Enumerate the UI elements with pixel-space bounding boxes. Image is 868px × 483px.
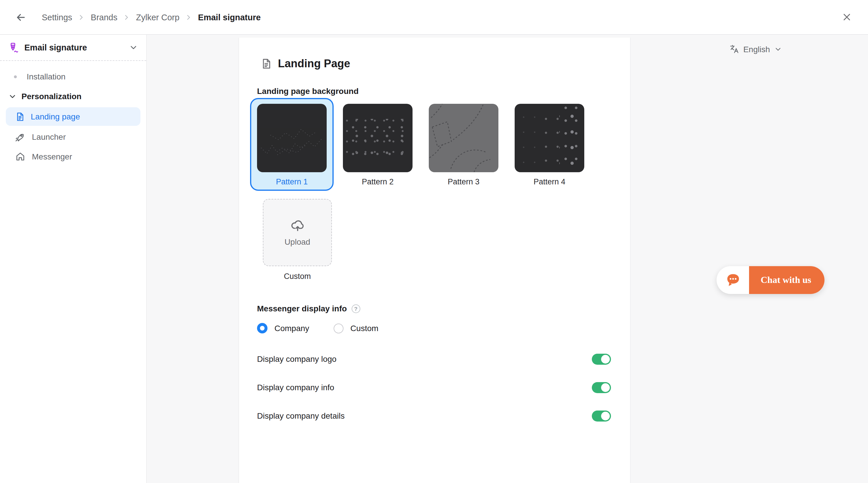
language-value: English bbox=[743, 44, 770, 54]
pattern-option-2[interactable]: Pattern 2 bbox=[343, 104, 412, 186]
pattern-label: Pattern 4 bbox=[533, 178, 565, 186]
breadcrumb-email-signature: Email signature bbox=[198, 12, 261, 22]
sidebar-nav: Installation Personalization Landing pag… bbox=[0, 61, 146, 166]
top-bar: Settings Brands Zylker Corp Email signat… bbox=[0, 0, 868, 35]
toggle-label: Display company info bbox=[257, 383, 334, 392]
dots-pattern bbox=[537, 106, 559, 170]
toggle-label: Display company logo bbox=[257, 354, 337, 363]
page-title: Landing Page bbox=[260, 57, 611, 70]
pattern-1-thumbnail bbox=[257, 104, 327, 172]
chevron-right-icon bbox=[123, 13, 131, 21]
home-icon bbox=[15, 151, 26, 162]
breadcrumb-settings[interactable]: Settings bbox=[42, 12, 72, 22]
sidebar-item-label: Landing page bbox=[31, 112, 80, 121]
sidebar-title: Email signature bbox=[24, 43, 124, 52]
background-section-label: Landing page background bbox=[257, 87, 611, 96]
document-icon bbox=[15, 111, 25, 122]
pattern-option-3[interactable]: Pattern 3 bbox=[429, 104, 498, 186]
pattern-label: Pattern 3 bbox=[447, 178, 479, 186]
toggle-knob bbox=[601, 383, 610, 392]
cloud-upload-icon bbox=[290, 219, 305, 234]
toggle-row-company-info: Display company info bbox=[257, 379, 611, 395]
pattern-4-thumbnail bbox=[515, 104, 584, 172]
display-info-radio-group: Company Custom bbox=[257, 323, 611, 333]
back-button[interactable] bbox=[13, 9, 29, 25]
dots-pattern bbox=[346, 119, 410, 159]
radio-unselected-icon bbox=[334, 323, 343, 333]
pattern-option-1[interactable]: Pattern 1 bbox=[250, 98, 334, 191]
toggle-knob bbox=[601, 411, 610, 420]
toggle-list: Display company logo Display company inf… bbox=[257, 351, 611, 424]
help-icon[interactable]: ? bbox=[351, 304, 360, 313]
language-selector[interactable]: English bbox=[729, 44, 782, 54]
dots-pattern bbox=[516, 106, 537, 170]
chat-label: Chat with us bbox=[749, 266, 825, 294]
sidebar-item-messenger[interactable]: Messenger bbox=[0, 147, 146, 166]
toggle-label: Display company details bbox=[257, 411, 345, 420]
pattern-option-4[interactable]: Pattern 4 bbox=[515, 104, 584, 186]
pattern-label: Pattern 1 bbox=[276, 178, 308, 186]
radio-selected-icon bbox=[257, 323, 268, 333]
display-company-info-toggle[interactable] bbox=[592, 382, 611, 393]
toggle-knob bbox=[601, 355, 610, 363]
breadcrumb-zylker-corp[interactable]: Zylker Corp bbox=[136, 12, 180, 22]
signature-pen-icon bbox=[8, 42, 19, 53]
radio-option-custom[interactable]: Custom bbox=[334, 323, 378, 333]
dots-pattern bbox=[559, 106, 583, 170]
custom-background-option: Upload Custom bbox=[263, 199, 332, 281]
sidebar-item-landing-page[interactable]: Landing page bbox=[6, 107, 141, 126]
main-content: Landing Page Landing page background Pat… bbox=[239, 38, 631, 483]
chevron-down-icon bbox=[774, 45, 782, 53]
close-icon bbox=[841, 11, 852, 23]
rocket-icon bbox=[15, 132, 26, 142]
radio-label: Company bbox=[274, 324, 309, 333]
chat-widget[interactable]: Chat with us bbox=[717, 266, 825, 294]
sidebar-item-label: Messenger bbox=[32, 152, 72, 161]
toggle-row-company-logo: Display company logo bbox=[257, 351, 611, 367]
chat-bubble-icon bbox=[717, 266, 749, 294]
sidebar-item-personalization[interactable]: Personalization bbox=[0, 87, 146, 106]
sidebar-header[interactable]: Email signature bbox=[0, 35, 146, 60]
sidebar-item-label: Installation bbox=[27, 72, 66, 81]
breadcrumb-brands[interactable]: Brands bbox=[91, 12, 118, 22]
translate-icon bbox=[729, 44, 739, 54]
radio-label: Custom bbox=[350, 324, 378, 333]
sidebar-item-launcher[interactable]: Launcher bbox=[0, 127, 146, 147]
display-company-logo-toggle[interactable] bbox=[592, 353, 611, 364]
pattern-2-thumbnail bbox=[343, 104, 412, 172]
chevron-down-icon bbox=[129, 43, 138, 52]
chevron-right-icon bbox=[185, 13, 193, 21]
display-info-section-label: Messenger display info ? bbox=[257, 304, 611, 313]
pattern-picker: Pattern 1 Pattern 2 Pattern 3 bbox=[257, 104, 611, 186]
upload-label: Upload bbox=[285, 237, 310, 247]
back-arrow-icon bbox=[15, 11, 27, 23]
close-button[interactable] bbox=[838, 8, 855, 26]
sidebar-item-installation[interactable]: Installation bbox=[0, 67, 146, 87]
sidebar: Email signature Installation Personaliza… bbox=[0, 35, 147, 483]
document-icon bbox=[260, 58, 272, 70]
app-window: Settings Brands Zylker Corp Email signat… bbox=[0, 0, 868, 483]
radio-option-company[interactable]: Company bbox=[257, 323, 309, 333]
breadcrumb: Settings Brands Zylker Corp Email signat… bbox=[42, 12, 261, 22]
bullet-icon bbox=[14, 75, 17, 78]
pattern-label: Pattern 2 bbox=[362, 178, 394, 186]
sidebar-item-label: Personalization bbox=[22, 92, 82, 101]
chevron-right-icon bbox=[78, 13, 86, 21]
sidebar-item-label: Launcher bbox=[32, 132, 66, 141]
upload-dropzone[interactable]: Upload bbox=[263, 199, 332, 266]
custom-label: Custom bbox=[284, 272, 311, 281]
page-title-text: Landing Page bbox=[278, 57, 350, 70]
toggle-row-company-details: Display company details bbox=[257, 408, 611, 424]
chevron-down-icon bbox=[8, 92, 17, 101]
pattern-3-thumbnail bbox=[429, 104, 498, 172]
display-company-details-toggle[interactable] bbox=[592, 410, 611, 421]
display-info-label-text: Messenger display info bbox=[257, 304, 347, 313]
